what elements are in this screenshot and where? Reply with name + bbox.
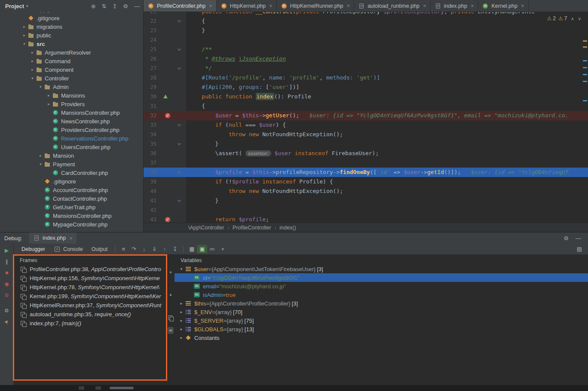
chevron-expanded-icon[interactable]: ▾ (37, 162, 44, 166)
code-line-31[interactable]: 31 { (144, 101, 588, 111)
new-watch-icon[interactable]: + (217, 245, 228, 254)
tree-item-admin[interactable]: ▾Admin (0, 82, 143, 91)
code-editor[interactable]: 21 public function __construct(private P… (144, 12, 588, 223)
chevron-collapsed-icon[interactable]: ▸ (46, 93, 52, 98)
force-step-into-icon[interactable]: ⇓ (149, 245, 159, 254)
breadcrumb-item[interactable]: ProfileController (233, 225, 271, 231)
debug-settings-icon[interactable]: ⚙ (4, 307, 9, 314)
tree-item-mansionscontroller-php[interactable]: MansionsController.php (0, 108, 143, 117)
breadcrumb-item[interactable]: \App\Controller (188, 225, 224, 231)
tab-autoload-runtime-php[interactable]: autoload_runtime.php× (354, 0, 431, 12)
frame-item[interactable]: index.php:7, {main}() (14, 319, 167, 328)
expand-collapse-icon[interactable]: ⇅ (102, 3, 107, 9)
frame-item[interactable]: Kernel.php:199, Symfony\Component\HttpKe… (14, 292, 167, 301)
scroll-top-icon[interactable]: ▲ (169, 292, 172, 298)
stripe-usage-mark[interactable] (583, 60, 587, 61)
fold-marker[interactable] (178, 123, 181, 126)
tree-item-command[interactable]: ▸Command (0, 57, 143, 65)
frame-item[interactable]: HttpKernel.php:156, Symfony\Component\Ht… (14, 274, 167, 283)
chevron-collapsed-icon[interactable]: ▸ (37, 153, 44, 158)
frames-view-icon[interactable]: ≔ (207, 245, 217, 254)
tree-item-getusertrait-php[interactable]: GetUserTrait.php (0, 203, 143, 211)
tree-item-userscontroller-php[interactable]: UsersController.php (0, 143, 143, 151)
chevron-collapsed-icon[interactable]: ▸ (178, 310, 185, 314)
stripe-warning-mark[interactable] (583, 46, 587, 48)
code-line-26[interactable]: 26 * @throws \JsonException (144, 54, 588, 64)
variable-isadmin[interactable]: isAdmin = true (175, 290, 588, 299)
chevron-collapsed-icon[interactable]: ▸ (29, 67, 36, 72)
chevron-expanded-icon[interactable]: ▾ (178, 267, 185, 271)
frame-item[interactable]: HttpKernelRunner.php:37, Symfony\Compone… (14, 301, 167, 310)
code-line-21[interactable]: 21 public function __construct(private P… (144, 12, 588, 16)
close-icon[interactable]: × (209, 3, 212, 9)
hide-panel-icon[interactable]: — (134, 3, 140, 9)
step-out-icon[interactable]: ↑ (159, 245, 170, 254)
code-line-27[interactable]: 27 */ (144, 64, 588, 73)
code-line-39[interactable]: 39 if (!$profile instanceof Profile) { (144, 177, 588, 186)
prev-issue-icon[interactable]: ∧ (571, 16, 574, 21)
chevron-collapsed-icon[interactable]: ▸ (178, 327, 185, 331)
run-to-cursor-icon[interactable]: ↧ (170, 245, 180, 254)
pin-icon[interactable]: ➤ (3, 318, 11, 326)
stripe-usage-mark[interactable] (583, 74, 587, 75)
infinity-icon[interactable]: ∞ (168, 327, 173, 334)
chevron-collapsed-icon[interactable]: ▸ (21, 33, 28, 37)
code-line-35[interactable]: 35 } (144, 139, 588, 149)
debug-tab-console[interactable]: Console (49, 244, 87, 254)
debug-tab-debugger[interactable]: Debugger (17, 244, 49, 254)
code-line-24[interactable]: 24 (144, 35, 588, 45)
code-line-41[interactable]: 41 } (144, 196, 588, 205)
chevron-collapsed-icon[interactable]: ▸ (178, 301, 185, 305)
show-execution-point-icon[interactable]: ≡ (118, 245, 129, 254)
debug-tab-output[interactable]: Output (87, 244, 112, 254)
fold-marker[interactable] (178, 170, 181, 174)
settings-icon[interactable]: ⚙ (564, 235, 569, 241)
step-into-icon[interactable]: ↓ (139, 245, 149, 254)
chevron-expanded-icon[interactable]: ▾ (37, 85, 44, 89)
collapse-all-icon[interactable]: ↥ (112, 3, 117, 9)
restore-layout-icon[interactable]: ▦ (187, 245, 197, 254)
close-icon[interactable]: × (423, 3, 426, 9)
tree-item-gitignore[interactable]: .gitignore (0, 14, 143, 22)
tree-item-mansions[interactable]: ▸Mansions (0, 91, 143, 100)
chevron-collapsed-icon[interactable]: ▸ (178, 336, 185, 340)
tree-item-argumentresolver[interactable]: ▸ArgumentResolver (0, 48, 143, 57)
project-tool-button[interactable]: Project ▾ (5, 3, 28, 9)
code-line-32[interactable]: 32 $user = $this->getUser(); $user: {id … (144, 111, 588, 120)
hide-panel-icon[interactable]: — (576, 235, 581, 241)
resume-icon[interactable]: ▶ (5, 247, 9, 254)
tab-profilecontroller-php[interactable]: ProfileController.php× (144, 0, 217, 12)
tab-index-php[interactable]: index.php× (431, 0, 478, 12)
tree-item-src[interactable]: ▾src (0, 40, 143, 48)
chevron-collapsed-icon[interactable]: ▸ (29, 50, 36, 55)
code-line-43[interactable]: 43 return $profile; (144, 215, 588, 223)
breakpoint-icon[interactable] (165, 217, 170, 222)
settings-icon[interactable]: ⚙ (123, 3, 128, 9)
variable-globals[interactable]: ▸$GLOBALS = {array} [13] (175, 325, 588, 333)
code-line-34[interactable]: 34 throw new NotFoundHttpException(); (144, 130, 588, 139)
view-breakpoints-icon[interactable]: ◉ (4, 281, 9, 287)
fold-marker[interactable] (178, 199, 181, 202)
variable-constants[interactable]: ▸Constants (175, 333, 588, 342)
mute-breakpoints-icon[interactable]: ⊘ (4, 292, 9, 299)
chevron-expanded-icon[interactable]: ▾ (29, 76, 36, 80)
code-line-33[interactable]: 33 if (null === $user) { (144, 120, 588, 130)
stripe-usage-mark[interactable] (583, 67, 587, 68)
code-line-29[interactable]: 29 #[Api(200, groups: ['user'])] (144, 82, 588, 92)
locate-file-icon[interactable]: ⊕ (91, 3, 96, 9)
tab-httpkernel-php[interactable]: HttpKernel.php× (217, 0, 277, 12)
tree-item-accountcontroller-php[interactable]: AccountController.php (0, 186, 143, 194)
tree-item-mansionscontroller-php[interactable]: MansionsController.php (0, 211, 143, 220)
code-line-38[interactable]: 38 $profile = $this->profileRepository->… (144, 168, 588, 177)
tree-item-cardcontroller-php[interactable]: CardController.php (0, 168, 143, 177)
override-marker-icon[interactable] (163, 95, 168, 98)
tree-item-providerscontroller-php[interactable]: ProvidersController.php (0, 125, 143, 134)
tree-item-gitignore[interactable]: .gitignore (0, 177, 143, 186)
tree-item-mansion[interactable]: ▸Mansion (0, 151, 143, 160)
threads-view-icon[interactable]: ▣ (197, 245, 207, 254)
tree-item-mypagecontroller-php[interactable]: MypageController.php (0, 220, 143, 229)
chevron-collapsed-icon[interactable]: ▸ (46, 102, 52, 106)
code-line-40[interactable]: 40 throw new NotFoundHttpException(); (144, 186, 588, 196)
tab-kernel-php[interactable]: Kernel.php× (478, 0, 528, 12)
close-icon[interactable]: × (521, 3, 524, 9)
